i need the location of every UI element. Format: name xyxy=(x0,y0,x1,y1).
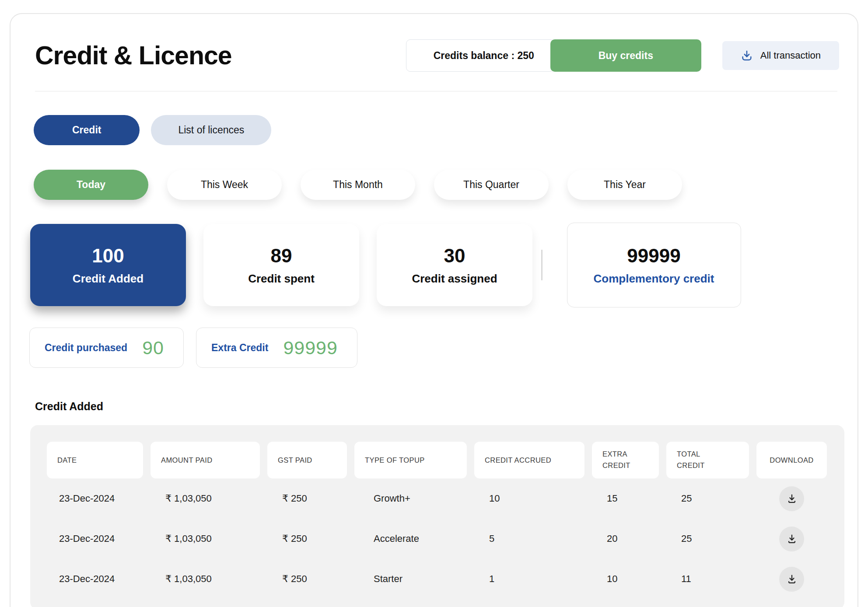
buy-credits-button[interactable]: Buy credits xyxy=(550,39,701,72)
section-title: Credit Added xyxy=(35,400,843,413)
stat-card-complementory-credit: 99999 Complementory credit xyxy=(567,223,741,307)
column-header-date: DATE xyxy=(47,442,143,478)
stat-label: Credit Added xyxy=(73,272,144,286)
row-download-button[interactable] xyxy=(779,567,804,592)
filter-this-month[interactable]: This Month xyxy=(301,170,415,200)
row-download-button[interactable] xyxy=(779,486,804,511)
stat-card-credit-added[interactable]: 100 Credit Added xyxy=(30,224,186,306)
filter-this-week[interactable]: This Week xyxy=(167,170,282,200)
cell-total-credit: 25 xyxy=(666,533,749,544)
credits-balance-label: Credits balance : 250 xyxy=(434,50,534,62)
column-header-extra-credit: EXTRA CREDIT xyxy=(592,442,659,478)
filter-this-year[interactable]: This Year xyxy=(567,170,682,200)
cell-gst-paid: ₹ 250 xyxy=(267,573,347,585)
credit-purchased-value: 90 xyxy=(142,337,164,359)
header-actions: Credits balance : 250 Buy credits All tr… xyxy=(406,39,839,72)
credit-purchased-label: Credit purchased xyxy=(45,342,127,354)
table-row: 23-Dec-2024 ₹ 1,03,050 ₹ 250 Accelerate … xyxy=(47,519,828,559)
tab-bar: Credit List of licences xyxy=(34,115,843,145)
time-filter-bar: Today This Week This Month This Quarter … xyxy=(34,170,843,200)
cell-gst-paid: ₹ 250 xyxy=(267,533,347,544)
stat-label: Complementory credit xyxy=(594,272,714,286)
cell-extra-credit: 15 xyxy=(592,493,659,504)
cell-extra-credit: 20 xyxy=(592,533,659,544)
column-header-total-credit: TOTAL CREDIT xyxy=(666,442,749,478)
extra-credit-card: Extra Credit 99999 xyxy=(196,328,357,368)
credit-purchased-card: Credit purchased 90 xyxy=(29,328,184,368)
stat-value: 30 xyxy=(444,245,466,267)
cell-amount-paid: ₹ 1,03,050 xyxy=(150,533,260,544)
cell-date: 23-Dec-2024 xyxy=(47,533,143,544)
all-transaction-button[interactable]: All transaction xyxy=(722,41,839,70)
cell-type-of-topup: Growth+ xyxy=(354,493,467,504)
stat-card-credit-assigned[interactable]: 30 Credit assigned xyxy=(377,224,532,306)
column-header-type-of-topup: TYPE OF TOPUP xyxy=(354,442,467,478)
cell-type-of-topup: Accelerate xyxy=(354,533,467,544)
table-row: 23-Dec-2024 ₹ 1,03,050 ₹ 250 Starter 1 1… xyxy=(47,559,828,599)
stat-value: 89 xyxy=(271,245,292,267)
cell-credit-accrued: 5 xyxy=(474,533,584,544)
tab-credit[interactable]: Credit xyxy=(34,115,140,145)
cell-amount-paid: ₹ 1,03,050 xyxy=(150,573,260,585)
stat-value: 100 xyxy=(92,245,124,267)
column-header-credit-accrued: CREDIT ACCRUED xyxy=(474,442,584,478)
cell-total-credit: 25 xyxy=(666,493,749,504)
extra-credit-value: 99999 xyxy=(283,337,338,359)
vertical-divider xyxy=(541,250,542,280)
subcards-row: Credit purchased 90 Extra Credit 99999 xyxy=(29,328,843,368)
credits-balance: Credits balance : 250 xyxy=(406,39,555,72)
tab-list-of-licences[interactable]: List of licences xyxy=(151,115,271,145)
download-icon xyxy=(786,573,798,585)
extra-credit-label: Extra Credit xyxy=(211,342,268,354)
cell-credit-accrued: 10 xyxy=(474,493,584,504)
table-header-row: DATE AMOUNT PAID GST PAID TYPE OF TOPUP … xyxy=(47,442,828,478)
table-row: 23-Dec-2024 ₹ 1,03,050 ₹ 250 Growth+ 10 … xyxy=(47,478,828,519)
credit-added-table: DATE AMOUNT PAID GST PAID TYPE OF TOPUP … xyxy=(30,425,844,607)
stat-label: Credit spent xyxy=(248,272,315,286)
download-icon xyxy=(741,49,753,62)
page-title: Credit & Licence xyxy=(35,41,232,70)
download-icon xyxy=(786,493,798,504)
balance-group: Credits balance : 250 Buy credits xyxy=(406,39,701,72)
row-download-button[interactable] xyxy=(779,527,804,551)
header: Credit & Licence Credits balance : 250 B… xyxy=(35,39,839,72)
cell-total-credit: 11 xyxy=(666,573,749,585)
cell-date: 23-Dec-2024 xyxy=(47,573,143,585)
cell-gst-paid: ₹ 250 xyxy=(267,493,347,504)
filter-this-quarter[interactable]: This Quarter xyxy=(434,170,549,200)
cell-date: 23-Dec-2024 xyxy=(47,493,143,504)
stat-value: 99999 xyxy=(627,245,680,267)
column-header-gst-paid: GST PAID xyxy=(267,442,347,478)
column-header-download: DOWNLOAD xyxy=(756,442,827,478)
all-transaction-label: All transaction xyxy=(760,50,821,61)
stats-row: 100 Credit Added 89 Credit spent 30 Cred… xyxy=(30,223,843,307)
stat-label: Credit assigned xyxy=(412,272,497,286)
cell-type-of-topup: Starter xyxy=(354,573,467,585)
column-header-amount-paid: AMOUNT PAID xyxy=(150,442,260,478)
header-divider xyxy=(35,91,837,91)
stat-card-credit-spent[interactable]: 89 Credit spent xyxy=(203,224,359,306)
cell-extra-credit: 10 xyxy=(592,573,659,585)
cell-credit-accrued: 1 xyxy=(474,573,584,585)
download-icon xyxy=(786,533,798,544)
filter-today[interactable]: Today xyxy=(34,170,148,200)
page-card: Credit & Licence Credits balance : 250 B… xyxy=(10,13,858,607)
cell-amount-paid: ₹ 1,03,050 xyxy=(150,493,260,504)
